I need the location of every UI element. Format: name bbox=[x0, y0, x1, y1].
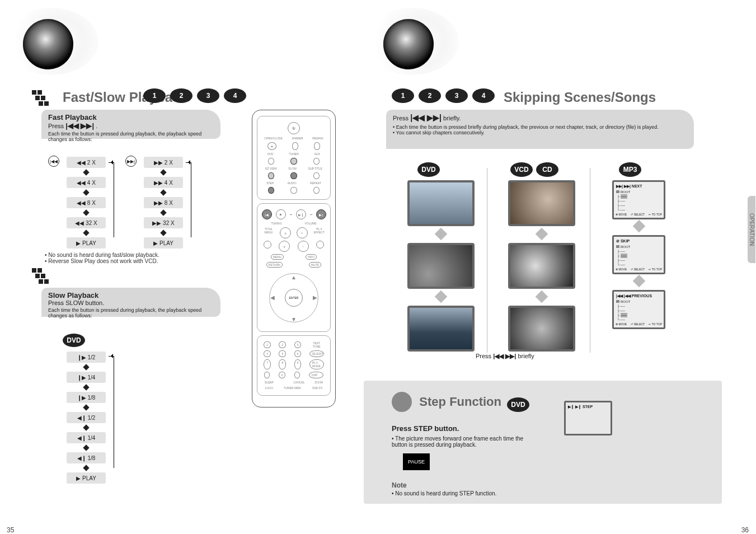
audio-button[interactable] bbox=[290, 187, 297, 194]
manual-page-left: Fast/Slow Playback 1 2 3 4 Fast Playback… bbox=[0, 0, 358, 534]
dpad[interactable]: ▲ ◀ ▶ ▼ ENTER bbox=[266, 270, 322, 326]
num-5[interactable]: 5 bbox=[279, 350, 286, 357]
fast-sub: Each time the button is pressed during p… bbox=[48, 131, 214, 142]
speed-chip: ▶▶ 8 X bbox=[144, 197, 183, 208]
remain-button[interactable] bbox=[314, 142, 320, 150]
volume-up-button[interactable]: + bbox=[297, 227, 308, 238]
ezview-button[interactable] bbox=[268, 172, 274, 179]
fast-press-suf: . bbox=[96, 123, 97, 129]
vcd-badge: VCD bbox=[510, 162, 533, 177]
speed-chip: ◀◀ 8 X bbox=[67, 197, 106, 208]
speed-chip: ◀❙ 1/2 bbox=[67, 412, 106, 423]
speed-chip: ◀◀ 4 X bbox=[67, 177, 106, 188]
skip-pair-icon: |◀◀ ▶▶| bbox=[65, 121, 94, 130]
open-close-button[interactable]: ▲ bbox=[267, 142, 276, 150]
tuner-button[interactable] bbox=[290, 158, 297, 165]
speed-chip: ▶▶ 32 X bbox=[144, 217, 183, 228]
info-button[interactable]: INFO bbox=[306, 254, 317, 260]
step-button[interactable] bbox=[268, 187, 274, 194]
pl2-effect-button[interactable] bbox=[316, 241, 324, 249]
slow-heading: Slow Playback bbox=[48, 291, 98, 299]
skip-fwd-button[interactable]: ▶| bbox=[316, 209, 326, 219]
mp3-screen: |◀◀|◀◀ PREVIOUS ROOT ├ ── ├ ── ├ ── └ ──… bbox=[612, 290, 665, 329]
repeat-button[interactable] bbox=[313, 187, 320, 194]
cd-badge: CD bbox=[536, 162, 558, 177]
oval-1: 1 bbox=[392, 88, 414, 103]
dimmer-button[interactable] bbox=[292, 142, 298, 150]
manual-page-right: 1 2 3 4 Skipping Scenes/Songs Press |◀◀ … bbox=[364, 0, 755, 534]
speaker-decor bbox=[364, 8, 459, 75]
speed-chip: ◀❙ 1/4 bbox=[67, 432, 106, 443]
num-6[interactable]: 6 bbox=[294, 350, 302, 357]
stop-button[interactable]: ■ bbox=[276, 209, 286, 219]
num-2[interactable]: 2 bbox=[279, 341, 286, 348]
mp3-badge: MP3 bbox=[619, 162, 641, 177]
speed-chip: ◀◀ 2 X bbox=[67, 157, 106, 168]
slow-dvd-badge: DVD bbox=[63, 334, 85, 347]
num-4[interactable]: 4 bbox=[264, 350, 271, 357]
return-button[interactable]: RETURN bbox=[266, 262, 283, 268]
sdedit-button[interactable]: SD.EDIT bbox=[309, 350, 324, 357]
num-1[interactable]: 1 bbox=[264, 341, 271, 348]
oval-2: 2 bbox=[419, 88, 441, 103]
slow-button[interactable] bbox=[290, 172, 297, 179]
pl2mode-button[interactable]: PL II MODE bbox=[309, 359, 324, 369]
page-title: Skipping Scenes/Songs bbox=[504, 90, 656, 105]
num-3[interactable]: 3 bbox=[294, 341, 302, 348]
sleep-button[interactable] bbox=[264, 372, 270, 378]
fast-heading: Fast Playback bbox=[48, 113, 97, 121]
skip-back-button[interactable]: |◀ bbox=[262, 209, 272, 219]
skip-fwd-icon[interactable]: ▶▶| bbox=[125, 156, 137, 167]
speed-chip: ❙▶ 1/8 bbox=[67, 392, 106, 403]
num-0[interactable]: 0 bbox=[279, 372, 286, 378]
cancel-button[interactable] bbox=[294, 372, 300, 378]
slow-press: Press SLOW button. bbox=[48, 299, 104, 306]
dvd-badge: DVD bbox=[507, 397, 529, 412]
speed-chip: ▶▶ 4 X bbox=[144, 177, 183, 188]
note-body: • No sound is heard during STEP function… bbox=[392, 490, 496, 496]
slow-header: Slow Playback Press SLOW button. Each ti… bbox=[41, 288, 220, 317]
skip-back-icon[interactable]: |◀◀ bbox=[48, 156, 59, 167]
fast-fwd-ladder: ▶▶| ▶▶ 2 X ▶▶ 4 X ▶▶ 8 X ▶▶ 32 X ▶ PLAY bbox=[142, 157, 185, 249]
menu-button[interactable]: MENU bbox=[271, 254, 284, 260]
tuning-up-button[interactable]: ∧ bbox=[280, 227, 291, 238]
mp3-hint: Press |◀◀ ▶▶| briefly bbox=[476, 353, 534, 360]
fast-press-pre: Press bbox=[48, 123, 65, 129]
speed-chip: ▶▶ 2 X bbox=[144, 157, 183, 168]
power-icon[interactable]: ⏻ bbox=[288, 122, 300, 134]
dsp-button[interactable]: DSP bbox=[309, 372, 323, 378]
dvd-thumb-col: ▶▶| NEXT |◀◀ PREVIOUS bbox=[407, 180, 475, 355]
title-menu-button[interactable] bbox=[264, 241, 271, 249]
enter-button[interactable]: ENTER bbox=[285, 289, 303, 307]
dvd-button[interactable] bbox=[268, 158, 274, 165]
side-tab: OPERATION bbox=[748, 196, 755, 263]
skip-sub2: • You cannot skip chapters consecutively… bbox=[393, 130, 687, 135]
num-7[interactable]: 7 bbox=[264, 359, 271, 369]
mp3-screen: ⊘ SKIP ROOT ├ ── ├ ── ├ ── └ ── ✥ MOVE⏎ … bbox=[612, 235, 665, 274]
oval-3: 3 bbox=[445, 88, 468, 103]
fast-header: Fast Playback Press |◀◀ ▶▶| . Each time … bbox=[41, 110, 220, 139]
aux-button[interactable] bbox=[313, 158, 320, 165]
play-pause-button[interactable]: ▶❙ bbox=[296, 209, 306, 219]
tuning-down-button[interactable]: ∨ bbox=[279, 241, 290, 252]
hdr-pre: Press bbox=[393, 115, 410, 121]
speed-chip: ◀❙ 1/8 bbox=[67, 452, 106, 463]
mute-button[interactable]: MUTE bbox=[309, 262, 321, 268]
step-screen: ▶❙ ▶❙ STEP bbox=[564, 401, 612, 435]
section-chevrons bbox=[31, 268, 54, 284]
speed-chip: ▶ PLAY bbox=[67, 237, 106, 249]
remote-control: ⏻ OPEN/CLOSEDIMMERREMAIN ▲ DVDTUNERAUX E… bbox=[252, 110, 336, 407]
vcd-thumb-col: ▶▶| TRACK 02 |◀◀ TRACK 01 bbox=[508, 180, 575, 355]
bullet-icon bbox=[392, 392, 412, 412]
step-title: Step Function bbox=[419, 395, 501, 409]
dvd-badge: DVD bbox=[417, 162, 440, 177]
volume-down-button[interactable]: − bbox=[298, 241, 309, 252]
step-ovals: 1 2 3 4 bbox=[392, 88, 495, 103]
oval-4: 4 bbox=[224, 88, 246, 103]
num-9[interactable]: 9 bbox=[294, 359, 302, 369]
mp3-screen: ▶▶|▶▶| NEXT ROOT ├ ── ├ ── ├ ── └ ── ✥ M… bbox=[612, 180, 665, 219]
speed-chip: ❙▶ 1/2 bbox=[67, 352, 106, 363]
slow-ladder: ❙▶ 1/2 ❙▶ 1/4 ❙▶ 1/8 ◀❙ 1/2 ◀❙ 1/4 ◀❙ 1/… bbox=[65, 352, 107, 484]
subtitle-button[interactable] bbox=[313, 172, 320, 179]
num-8[interactable]: 8 bbox=[279, 359, 286, 369]
